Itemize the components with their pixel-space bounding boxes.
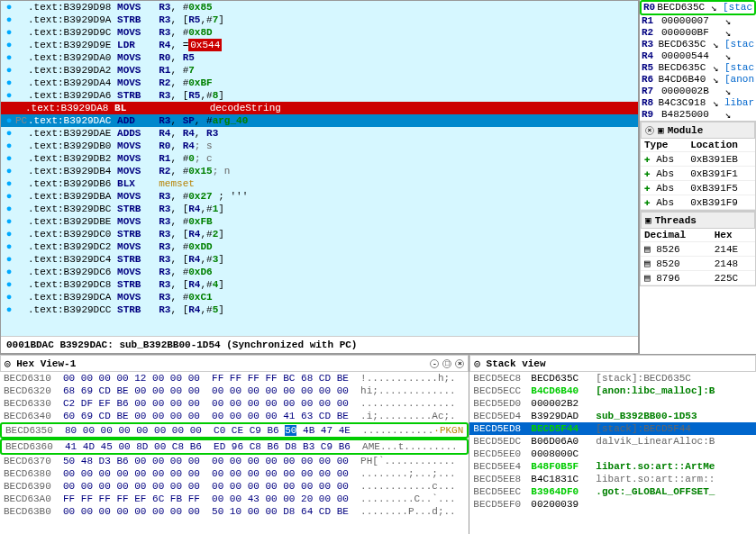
hex-line[interactable]: BECD6330 C2 DF EF B6 00 00 00 00 00 00 0… — [0, 397, 469, 410]
disasm-line[interactable]: ●.text:B3929DC8 STRB R3, [R4,#4] — [1, 278, 638, 291]
thread-row[interactable]: ▤ 85202148 — [641, 257, 755, 271]
disasm-line[interactable]: ●.text:B3929DBC STRB R3, [R4,#1] — [1, 203, 638, 215]
stack-line[interactable]: BECD5EF000200039 — [469, 498, 756, 511]
disasm-line[interactable]: ●PC.text:B3929DAC ADD R3, SP, #arg_40 — [1, 114, 638, 127]
threads-title: Threads — [655, 215, 697, 226]
disasm-line[interactable]: ●.text:B3929DBA MOVS R3, #0x27 ; ''' — [1, 190, 638, 203]
disasm-line[interactable]: .text:B3929DA8 BL decodeString — [1, 102, 638, 114]
module-row[interactable]: ✚ Abs0xB391EB — [641, 152, 755, 167]
disasm-line[interactable]: ●.text:B3929DC6 MOVS R3, #0xD6 — [1, 266, 638, 278]
disasm-line[interactable]: ●.text:B3929DA0 MOVS R0, R5 — [1, 51, 638, 64]
hex-line[interactable]: BECD6310 00 00 00 00 12 00 00 00 FF FF F… — [0, 372, 469, 385]
disasm-line[interactable]: ●.text:B3929DA2 MOVS R1, #7 — [1, 64, 638, 77]
disasm-line[interactable]: ●.text:B3929DC4 STRB R3, [R4,#3] — [1, 253, 638, 266]
register-row[interactable]: R8 B4C3C918 ↘ libar — [640, 97, 756, 109]
modules-icon: ▣ — [658, 124, 664, 136]
stack-line[interactable]: BECD5ED0000002B2 — [469, 397, 756, 410]
disasm-line[interactable]: ●.text:B3929D9A STRB R3, [R5,#7] — [1, 14, 638, 26]
stack-title: Stack view — [487, 358, 546, 369]
register-row[interactable]: R5 BECD635C ↘ [stac — [640, 62, 756, 74]
register-row[interactable]: R0 BECD635C ↘ [stac — [640, 0, 756, 15]
registers-panel: R0 BECD635C ↘ [stacR1 00000007 ↘ R2 0000… — [640, 0, 756, 121]
disasm-line[interactable]: ●.text:B3929D98 MOVS R3, #0x85 — [1, 1, 638, 14]
thread-row[interactable]: ▤ 8526214E — [641, 242, 755, 257]
module-row[interactable]: ✚ Abs0xB391F5 — [641, 181, 755, 195]
register-row[interactable]: R9 B4825000 ↘ — [640, 109, 756, 121]
hex-line[interactable]: BECD6320 68 69 CD BE 00 00 00 00 00 00 0… — [0, 385, 469, 397]
disasm-line[interactable]: ●.text:B3929DC0 STRB R3, [R4,#2] — [1, 228, 638, 240]
threads-table[interactable]: DecimalHex ▤ 8526214E▤ 85202148▤ 8796225… — [641, 229, 755, 285]
disasm-line[interactable]: ●.text:B3929DB2 MOVS R1, #0 ; c — [1, 152, 638, 165]
minimize-icon[interactable]: - — [430, 359, 439, 368]
register-row[interactable]: R1 00000007 ↘ — [640, 15, 756, 27]
stack-line[interactable]: BECD5ED8BECD5F44[stack]:BECD5F44 — [469, 422, 756, 435]
disasm-line[interactable]: ●.text:B3929DB6 BLX memset — [1, 177, 638, 190]
hex-line[interactable]: BECD6350 80 00 00 00 00 00 00 00 C0 CE C… — [0, 422, 469, 439]
disasm-line[interactable]: ●.text:B3929DAE ADDS R4, R4, R3 — [1, 127, 638, 140]
threads-icon: ▣ — [645, 214, 651, 226]
stack-line[interactable]: BECD5EE00008000C — [469, 448, 756, 460]
hex-line[interactable]: BECD6380 00 00 00 00 00 00 00 00 00 00 0… — [0, 467, 469, 480]
disasm-line[interactable]: ●.text:B3929DC2 MOVS R3, #0xDD — [1, 240, 638, 253]
disasm-line[interactable]: ●.text:B3929DCA MOVS R3, #0xC1 — [1, 291, 638, 303]
register-row[interactable]: R4 00000544 ↘ — [640, 50, 756, 62]
hex-line[interactable]: BECD63B0 00 00 00 00 00 00 00 00 50 10 0… — [0, 505, 469, 518]
close-icon[interactable]: × — [645, 126, 654, 135]
stack-line[interactable]: BECD5EE4B48F0B5Flibart.so:art::ArtMe — [469, 460, 756, 473]
disasm-line[interactable]: ●.text:B3929DA6 STRB R3, [R5,#8] — [1, 89, 638, 102]
hex-line[interactable]: BECD63A0 FF FF FF FF EF 6C FB FF 00 00 4… — [0, 493, 469, 505]
hex-line[interactable]: BECD6340 60 69 CD BE 00 00 00 00 00 00 0… — [0, 410, 469, 422]
hex-line[interactable]: BECD6390 00 00 00 00 00 00 00 00 00 00 0… — [0, 480, 469, 493]
hexview-icon: ◎ — [5, 358, 11, 369]
stack-line[interactable]: BECD5EDCB06D06A0dalvik_LinearAlloc:B — [469, 435, 756, 448]
close-icon[interactable]: × — [455, 359, 464, 368]
module-row[interactable]: ✚ Abs0xB391F9 — [641, 195, 755, 210]
disasm-line[interactable]: ●.text:B3929D9E LDR R4, =0x544 — [1, 39, 638, 51]
stack-line[interactable]: BECD5EE8B4C1831Clibart.so:art::arm:: — [469, 473, 756, 485]
hex-line[interactable]: BECD6360 41 4D 45 00 8D 00 C8 B6 ED 96 C… — [0, 439, 469, 455]
register-row[interactable]: R2 000000BF ↘ — [640, 27, 756, 39]
thread-row[interactable]: ▤ 8796225C — [641, 271, 755, 285]
disasm-line[interactable]: ●.text:B3929D9C MOVS R3, #0x8D — [1, 26, 638, 39]
register-row[interactable]: R3 BECD635C ↘ [stac — [640, 39, 756, 50]
disasm-line[interactable]: ●.text:B3929DCC STRB R3, [R4,#5] — [1, 303, 638, 316]
disasm-line[interactable]: ●.text:B3929DA4 MOVS R2, #0xBF — [1, 77, 638, 89]
stack-line[interactable]: BECD5EC8BECD635C[stack]:BECD635C — [469, 372, 756, 385]
stack-line[interactable]: BECD5EECB3964DF0.got:_GLOBAL_OFFSET_ — [469, 485, 756, 498]
disasm-status: 0001BDAC B3929DAC: sub_B392BB00-1D54 (Sy… — [1, 336, 638, 353]
hexview-title: Hex View-1 — [16, 358, 76, 369]
stack-icon: ◎ — [474, 358, 480, 369]
stack-line[interactable]: BECD5ECCB4CD6B40[anon:libc_malloc]:B — [469, 385, 756, 397]
disasm-line[interactable]: ●.text:B3929DB0 MOVS R0, R4 ; s — [1, 140, 638, 152]
module-row[interactable]: ✚ Abs0xB391F1 — [641, 167, 755, 181]
stack-line[interactable]: BECD5ED4B3929DADsub_B392BB00-1D53 — [469, 410, 756, 422]
restore-icon[interactable]: □ — [442, 359, 451, 368]
modules-title: Module — [668, 125, 704, 136]
register-row[interactable]: R6 B4CD6B40 ↘ [anon — [640, 74, 756, 86]
modules-table[interactable]: TypeLocation ✚ Abs0xB391EB✚ Abs0xB391F1✚… — [641, 139, 755, 210]
disasm-line[interactable]: ●.text:B3929DB4 MOVS R2, #0x15 ; n — [1, 165, 638, 177]
hex-line[interactable]: BECD6370 50 48 D3 B6 00 00 00 00 00 00 0… — [0, 455, 469, 467]
register-row[interactable]: R7 0000002B ↘ — [640, 86, 756, 97]
disasm-line[interactable]: ●.text:B3929DBE MOVS R3, #0xFB — [1, 215, 638, 228]
